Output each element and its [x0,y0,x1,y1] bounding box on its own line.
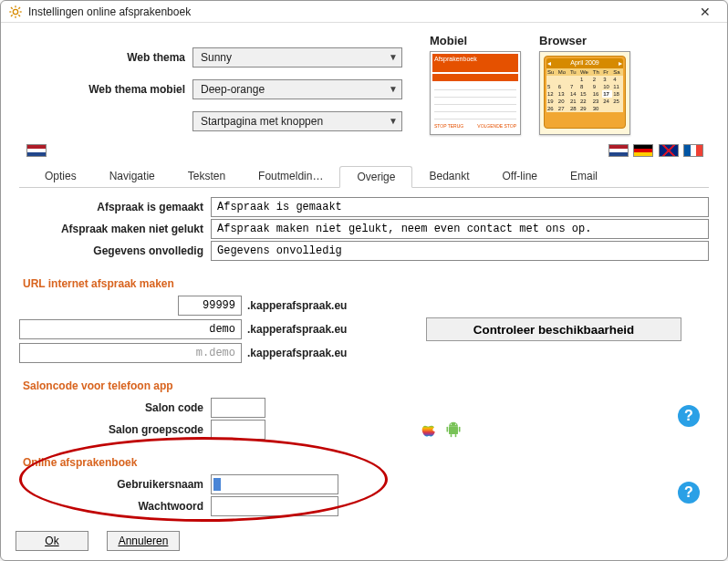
url-name-input[interactable] [19,319,242,339]
browser-preview[interactable]: ◂ April 2009 ▸ SuMoTuWeThFrSa 1234 56789… [539,51,630,135]
msg-failed-label: Afspraak maken niet gelukt [19,223,211,235]
mobile-preview-col: Mobiel Afsprakenboek STOP TERUGVOLGE [430,34,521,135]
help-login-button[interactable]: ? [678,482,700,504]
saloncode-group: Saloncode voor telefoon app Salon code S… [19,372,709,440]
username-input[interactable] [211,474,338,494]
salon-group-label: Salon groepscode [19,423,211,436]
svg-point-0 [13,9,17,14]
help-salon-button[interactable]: ? [678,405,700,427]
chevron-down-icon: ▼ [389,116,398,126]
login-title: Online afsprakenboek [23,456,709,469]
web-theme-mobile-combo[interactable]: Deep-orange ▼ [192,79,402,99]
check-availability-button[interactable]: Controleer beschikbaarheid [426,317,681,341]
theme-preview-row: Web thema Sunny ▼ Web thema mobiel Deep-… [19,34,709,135]
flag-fr[interactable] [683,144,703,157]
svg-rect-15 [455,434,457,437]
tab-offline[interactable]: Off-line [486,166,554,188]
flag-nl[interactable] [608,144,629,157]
msg-made-label: Afspraak is gemaakt [19,201,211,213]
theme-selectors: Web thema Sunny ▼ Web thema mobiel Deep-… [19,43,402,135]
salon-code-label: Salon code [19,401,211,414]
svg-line-5 [11,7,13,9]
web-theme-value: Sunny [201,51,232,64]
dialog-button-bar: Ok Annuleren [1,525,727,560]
salon-code-input[interactable] [211,398,265,418]
browser-preview-label: Browser [539,34,587,47]
salon-group-input[interactable] [211,420,265,440]
svg-line-7 [18,7,20,9]
settings-dialog: Instellingen online afsprakenboek ✕ Web … [0,0,728,561]
tab-navigatie[interactable]: Navigatie [93,166,172,188]
msg-failed-input[interactable] [211,219,709,239]
url-domain-1: .kapperafspraak.eu [247,299,384,312]
titlebar: Instellingen online afsprakenboek ✕ [1,1,727,23]
url-group: URL internet afspraak maken .kapperafspr… [19,270,709,363]
tab-bar: Opties Navigatie Teksten Foutmeldin… Ove… [19,165,709,188]
browser-preview-col: Browser ◂ April 2009 ▸ SuMoTuWeThFrSa 12… [539,34,630,135]
chevron-down-icon: ▼ [389,84,398,94]
language-flag-row [25,144,703,160]
text-selection [213,478,221,491]
ok-button[interactable]: Ok [16,531,88,551]
apple-icon [421,421,439,439]
username-label: Gebruikersnaam [19,478,211,491]
web-theme-mobile-label: Web thema mobiel [19,83,192,96]
url-code-input[interactable] [178,296,242,316]
theme-previews: Mobiel Afsprakenboek STOP TERUGVOLGE [430,34,630,135]
tab-panel-overige: Afspraak is gemaakt Afspraak maken niet … [19,188,709,516]
svg-line-8 [11,15,13,16]
svg-rect-12 [447,427,449,432]
svg-rect-13 [459,427,461,432]
web-theme-mobile-value: Deep-orange [201,83,265,96]
calendar-month: April 2009 [570,59,599,68]
svg-rect-14 [451,434,452,437]
svg-line-6 [18,15,20,16]
startpage-value: Startpagina met knoppen [201,115,323,128]
mobile-preview[interactable]: Afsprakenboek STOP TERUGVOLGENDE STOP [430,51,521,135]
msg-incomplete-label: Gegevens onvolledig [19,244,211,257]
svg-rect-9 [449,427,458,434]
cancel-button[interactable]: Annuleren [107,531,180,551]
tab-foutmeldingen[interactable]: Foutmeldin… [242,166,339,188]
svg-point-11 [455,424,456,425]
flag-nl-left[interactable] [26,144,47,157]
startpage-combo[interactable]: Startpagina met knoppen ▼ [192,111,402,131]
url-group-title: URL internet afspraak maken [23,277,709,290]
svg-point-10 [451,424,452,425]
tab-opties[interactable]: Opties [28,166,93,188]
content-area: Web thema Sunny ▼ Web thema mobiel Deep-… [1,23,727,525]
web-theme-combo[interactable]: Sunny ▼ [192,47,402,68]
url-domain-3: .kapperafspraak.eu [247,347,384,359]
mobile-preview-label: Mobiel [430,34,467,47]
tab-overige[interactable]: Overige [339,166,412,188]
gear-icon [8,5,23,19]
close-button[interactable]: ✕ [691,2,720,22]
msg-incomplete-input[interactable] [211,241,709,261]
flag-uk[interactable] [659,144,679,157]
web-theme-label: Web thema [19,51,192,64]
msg-made-input[interactable] [211,197,709,217]
login-group: Online afsprakenboek Gebruikersnaam Wach… [19,449,709,516]
flag-de[interactable] [633,144,653,157]
saloncode-title: Saloncode voor telefoon app [23,379,709,392]
url-domain-2: .kapperafspraak.eu [247,323,384,336]
url-mobile-input[interactable] [19,343,242,363]
password-label: Wachtwoord [19,500,211,513]
password-input[interactable] [211,496,338,516]
tab-teksten[interactable]: Teksten [172,166,242,188]
android-icon [444,421,463,439]
tab-email[interactable]: Email [554,166,614,188]
tab-bedankt[interactable]: Bedankt [412,166,485,188]
window-title: Instellingen online afsprakenboek [28,5,691,18]
chevron-down-icon: ▼ [389,52,398,62]
